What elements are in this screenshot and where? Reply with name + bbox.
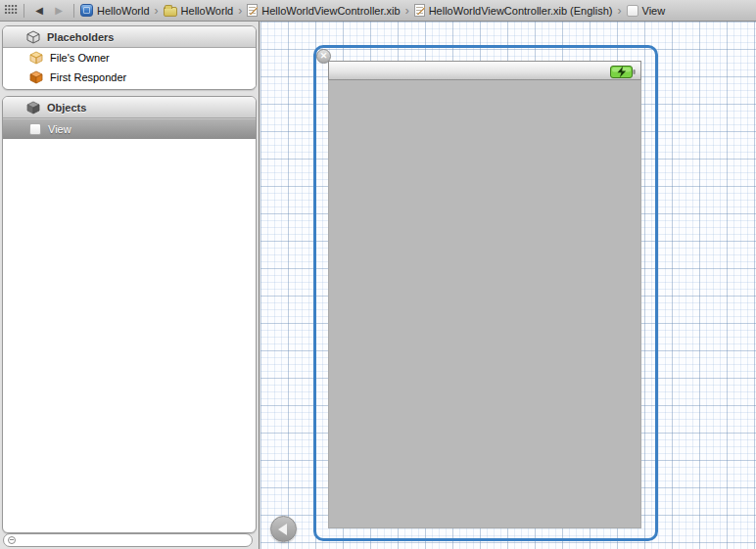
breadcrumb-item-xib[interactable]: HelloWorldViewController.xib <box>247 4 400 17</box>
objects-header[interactable]: Objects <box>3 97 256 118</box>
related-items-icon[interactable] <box>4 4 18 17</box>
battery-charging-icon <box>610 65 636 82</box>
toolbar-divider <box>73 4 74 18</box>
breadcrumb-item-project[interactable]: HelloWorld <box>80 4 150 17</box>
placeholders-section: Placeholders File's Owner First Responde… <box>2 25 257 90</box>
document-outline-pane: Placeholders File's Owner First Responde… <box>0 22 260 549</box>
view-selection-frame[interactable]: ✕ <box>313 45 658 541</box>
breadcrumb-label: View <box>642 5 666 17</box>
outline-row-label: File's Owner <box>50 52 110 64</box>
breadcrumb-label: HelloWorld <box>97 5 150 17</box>
breadcrumb-item-view[interactable]: View <box>627 5 666 17</box>
view-icon <box>627 5 638 17</box>
breadcrumb-separator: › <box>405 4 409 18</box>
files-owner-cube-icon <box>29 51 43 65</box>
left-triangle-icon <box>278 524 287 535</box>
breadcrumb-item-group[interactable]: HelloWorld <box>164 4 234 17</box>
breadcrumb-label: HelloWorldViewController.xib (English) <box>429 5 613 17</box>
filter-input[interactable] <box>19 535 252 545</box>
jump-bar: ◀ ▶ HelloWorld › HelloWorld › HelloWorld… <box>0 0 756 22</box>
wireframe-cube-icon <box>26 30 40 44</box>
breadcrumb-separator: › <box>155 4 159 18</box>
outline-row-label: First Responder <box>50 71 126 83</box>
folder-icon <box>164 7 177 17</box>
xib-file-icon <box>414 4 425 17</box>
xcode-project-icon <box>80 4 93 17</box>
outline-filter-field[interactable] <box>3 533 253 547</box>
iphone-view[interactable] <box>328 61 641 528</box>
section-title: Objects <box>47 102 86 114</box>
filter-icon <box>8 536 16 544</box>
forward-button[interactable]: ▶ <box>50 5 68 16</box>
placeholders-header[interactable]: Placeholders <box>3 26 256 48</box>
simulated-status-bar <box>328 61 641 80</box>
first-responder-cube-icon <box>29 70 43 84</box>
breadcrumb-label: HelloWorldViewController.xib <box>261 5 400 17</box>
view-icon <box>29 123 41 135</box>
breadcrumb-separator: › <box>618 4 622 18</box>
objects-section: Objects View <box>2 96 257 533</box>
hide-outline-button[interactable] <box>270 516 297 542</box>
back-button[interactable]: ◀ <box>30 5 48 16</box>
xcode-editor-window: ◀ ▶ HelloWorld › HelloWorld › HelloWorld… <box>0 0 756 549</box>
interface-builder-canvas[interactable]: ✕ <box>260 22 756 549</box>
outline-row-label: View <box>48 123 71 135</box>
xib-file-icon <box>247 4 258 17</box>
breadcrumb-separator: › <box>238 4 242 18</box>
view-content-area[interactable] <box>328 80 641 528</box>
outline-row-files-owner[interactable]: File's Owner <box>3 48 256 68</box>
breadcrumb-label: HelloWorld <box>181 5 234 17</box>
outline-row-first-responder[interactable]: First Responder <box>3 68 256 87</box>
toolbar-divider <box>24 4 24 18</box>
outline-row-view[interactable]: View <box>3 118 256 139</box>
solid-cube-icon <box>26 101 40 114</box>
section-title: Placeholders <box>47 31 114 43</box>
breadcrumb-item-xib-locale[interactable]: HelloWorldViewController.xib (English) <box>414 4 613 17</box>
